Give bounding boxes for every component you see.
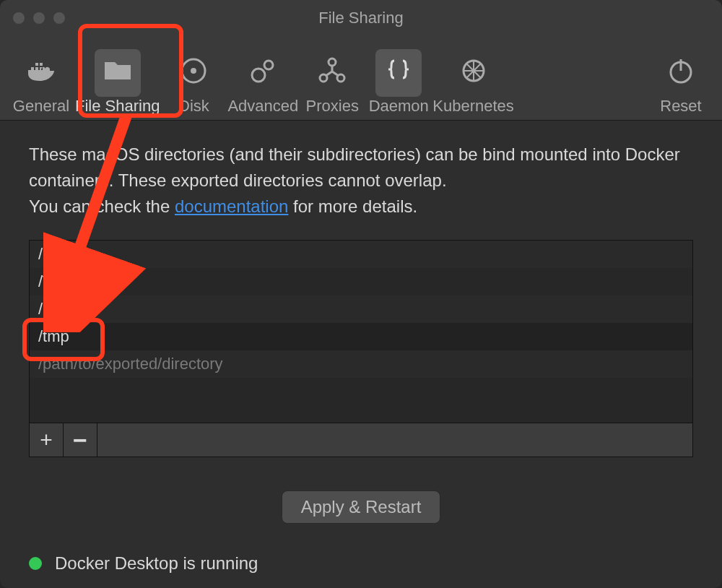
path-row-placeholder[interactable]: /path/to/exported/directory [30,350,692,378]
tab-label: File Sharing [75,97,160,116]
shared-paths-table: /Users /Volumes /private /tmp /path/to/e… [29,240,693,457]
table-filler [30,378,692,423]
tab-label: Disk [178,97,209,116]
tab-label: Proxies [306,97,359,116]
path-text: /path/to/exported/directory [38,355,223,373]
whale-icon [24,53,58,88]
apply-restart-button[interactable]: Apply & Restart [282,490,441,524]
tab-label: General [13,97,69,116]
tab-proxies[interactable]: Proxies [300,49,365,116]
close-window-icon[interactable] [13,12,25,24]
status-bar: Docker Desktop is running [29,553,258,574]
add-path-button[interactable]: + [30,423,64,457]
tab-label: Advanced [227,97,298,116]
description-text-2a: You can check the [29,196,175,216]
toolbar: General File Sharing Disk Advanced Proxi [0,36,722,120]
helm-icon [456,53,491,88]
path-text: /Volumes [38,272,104,291]
path-text: /private [38,300,90,319]
braces-icon [381,53,416,88]
window-title: File Sharing [0,0,722,36]
remove-path-button[interactable]: − [64,423,97,457]
description-text-2b: for more details. [288,196,417,216]
tab-general[interactable]: General [9,49,74,116]
documentation-link[interactable]: documentation [175,196,288,216]
path-text: /tmp [38,327,69,346]
folder-icon [100,53,135,88]
tab-label: Reset [660,97,701,116]
window-controls [0,12,65,24]
tab-reset[interactable]: Reset [648,49,713,116]
tab-disk[interactable]: Disk [161,49,226,116]
description: These macOS directories (and their subdi… [29,142,693,220]
minimize-window-icon[interactable] [33,12,45,24]
table-footer: + − [30,423,692,457]
tab-label: Kubernetes [432,97,514,116]
zoom-window-icon[interactable] [53,12,65,24]
tab-daemon[interactable]: Daemon [366,49,431,116]
network-icon [315,53,349,88]
titlebar: File Sharing [0,0,722,36]
svg-point-4 [329,59,336,66]
path-row[interactable]: /Users [30,241,692,268]
tab-kubernetes[interactable]: Kubernetes [432,49,514,116]
tab-label: Daemon [369,97,429,116]
svg-point-1 [191,68,196,74]
tab-advanced[interactable]: Advanced [227,49,298,116]
description-text-1: These macOS directories (and their subdi… [29,144,680,190]
disk-icon [176,53,211,88]
svg-point-3 [264,61,273,69]
path-row[interactable]: /private [30,295,692,323]
path-row[interactable]: /tmp [30,323,692,350]
status-text: Docker Desktop is running [55,553,258,574]
status-indicator-icon [29,557,42,570]
path-text: /Users [38,245,84,264]
svg-point-2 [252,69,265,82]
tab-file-sharing[interactable]: File Sharing [75,49,160,116]
gears-icon [245,53,280,88]
power-icon [664,53,698,88]
path-row[interactable]: /Volumes [30,268,692,295]
